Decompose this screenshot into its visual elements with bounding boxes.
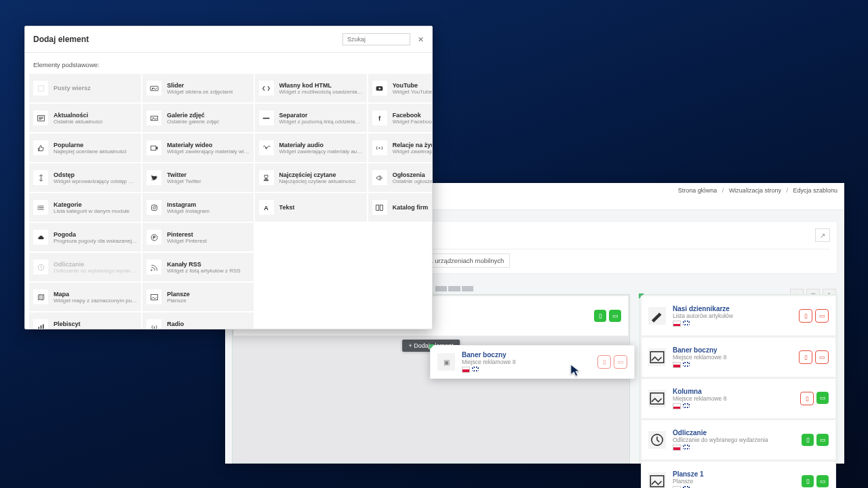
tile-image[interactable]: Plansze Plansze <box>142 283 253 311</box>
pencil-icon <box>648 307 666 325</box>
tile-title: Kanały RSS <box>167 261 240 268</box>
live-icon <box>372 140 387 155</box>
tile-title: Mapa <box>54 291 137 298</box>
desktop-icon[interactable]: ▭ <box>816 392 829 404</box>
collapse-icon[interactable]: ↗ <box>815 228 830 242</box>
tile-instagram[interactable]: Instagram Widget Instagram <box>142 193 253 222</box>
svg-rect-34 <box>40 325 41 329</box>
tile-sub: Widget zawierający relacje na ży… <box>393 148 432 155</box>
search-input[interactable] <box>342 33 410 45</box>
crumb-home[interactable]: Strona główna <box>678 187 717 194</box>
tile-title: Plansze <box>167 291 190 298</box>
tile-clock[interactable]: Odliczanie Odliczanie do wybranego wydar… <box>29 253 141 281</box>
tile-spacer[interactable]: Odstęp Widget wprowadzający odstęp … <box>29 163 141 192</box>
side-card[interactable]: Kolumna Miejsce reklamowe 8 ▯ ▭ <box>641 378 836 419</box>
tile-facebook[interactable]: f Facebook Widget Facebook <box>368 104 432 132</box>
side-card[interactable]: Baner boczny Miejsce reklamowe 8 ▯ ▭ <box>641 337 836 378</box>
side-card[interactable]: Plansze 1 Plansze ▯ ▭ <box>641 461 836 488</box>
clock-icon <box>33 260 48 274</box>
tile-sub: Widget Facebook <box>393 119 432 125</box>
tile-youtube[interactable]: YouTube Widget YouTube <box>368 74 432 102</box>
slider-icon <box>146 81 161 96</box>
code-icon <box>259 81 274 96</box>
tile-gallery[interactable]: Galerie zdjęć Ostatnie galerie zdjęć <box>142 104 253 132</box>
tile-title: Pusty wiersz <box>54 85 91 92</box>
desktop-icon[interactable]: ▭ <box>609 310 621 322</box>
mobile-icon[interactable]: ▯ <box>802 475 814 487</box>
tile-sub: Widget wprowadzający odstęp … <box>54 178 134 184</box>
tile-catalog[interactable]: Katalog firm <box>368 193 432 222</box>
mobile-icon[interactable]: ▯ <box>802 434 814 446</box>
desktop-icon[interactable]: ▭ <box>614 355 627 369</box>
svg-rect-26 <box>380 205 383 210</box>
side-card[interactable]: Odliczanie Odliczanie do wybranego wydar… <box>641 420 836 460</box>
youtube-icon <box>372 81 387 96</box>
tile-video[interactable]: Materiały wideo Widget zawierający mater… <box>142 134 253 162</box>
tile-list[interactable]: Kategorie Lista kategorii w danym module <box>29 193 141 222</box>
tile-map[interactable]: Mapa Widget mapy z zaznaczonym pu… <box>29 283 141 311</box>
crumb-edit[interactable]: Edycja szablonu <box>793 187 837 194</box>
mobile-icon[interactable]: ▯ <box>799 309 812 323</box>
radio-icon <box>146 319 161 329</box>
image-icon: ▣ <box>437 353 455 371</box>
tile-bars[interactable]: Plebiscyt Widget plebiscytu <box>29 312 141 329</box>
tile-live[interactable]: Relacje na żywo Widget zawierający relac… <box>368 134 432 162</box>
mobile-icon[interactable]: ▯ <box>799 350 812 364</box>
tile-news[interactable]: Aktualności Ostatnie aktualności <box>29 104 141 132</box>
close-icon[interactable]: ✕ <box>416 35 425 44</box>
tile-blank[interactable]: Pusty wiersz <box>29 74 141 102</box>
tile-sub: Widget YouTube <box>393 89 432 95</box>
mobile-icon[interactable]: ▯ <box>800 392 814 405</box>
tile-megaphone[interactable]: Ogłoszenia Ostatnie ogłoszenia <box>368 163 432 192</box>
side-card[interactable]: Nasi dziennikarze Lista autorów artykułó… <box>641 296 836 336</box>
tile-cloud[interactable]: Pogoda Prognoza pogody dla wskazanej… <box>29 223 141 251</box>
flag-pl-icon <box>462 367 470 373</box>
drag-ghost-card[interactable]: ▣ Baner boczny Miejsce reklamowe 8 ▯ ▭ <box>430 345 635 379</box>
svg-rect-33 <box>38 327 39 329</box>
mobile-icon[interactable]: ▯ <box>594 310 606 322</box>
audio-icon <box>259 140 274 155</box>
crumb-vis[interactable]: Wizualizacja strony <box>729 187 781 194</box>
tile-radio[interactable]: Radio Widget radiowy <box>142 312 253 329</box>
side-column[interactable]: Nasi dziennikarze Lista autorów artykułó… <box>639 294 837 464</box>
tile-slider[interactable]: Slider Widget slidera ze zdjęciami <box>142 74 253 102</box>
section-label: Elementy podstawowe: <box>25 53 432 74</box>
desktop-icon[interactable]: ▭ <box>815 309 829 323</box>
rss-icon <box>146 260 161 274</box>
tile-title: YouTube <box>393 82 432 89</box>
trophy-icon <box>259 170 274 185</box>
tile-sub: Widget z możliwością osadzenia… <box>279 89 363 95</box>
flag-pl-icon <box>673 362 681 368</box>
layout-3col-c[interactable] <box>435 286 473 291</box>
desktop-icon[interactable]: ▭ <box>816 475 829 487</box>
svg-point-22 <box>153 206 155 209</box>
tile-trophy[interactable]: Najczęściej czytane Najczęściej czytane … <box>255 163 367 192</box>
tiles-grid: Pusty wiersz Slider Widget slidera ze zd… <box>25 74 432 329</box>
tile-text[interactable]: A Tekst <box>255 193 367 222</box>
tile-title: Twitter <box>167 171 201 178</box>
tile-audio[interactable]: Materiały audio Widget zawierający mater… <box>255 134 367 162</box>
modal-header: Dodaj element ✕ <box>25 26 432 53</box>
desktop-icon[interactable]: ▭ <box>816 434 829 446</box>
tile-sub: Widget zawierający materiały au… <box>279 148 363 155</box>
tile-rss[interactable]: Kanały RSS Widget z listą artykułów z RS… <box>142 253 253 281</box>
tile-sub: Najczęściej czytane aktualności <box>279 178 356 184</box>
tile-pinterest[interactable]: P Pinterest Widget Pinterest <box>142 223 253 251</box>
tile-separator[interactable]: Separator Widget z poziomą linią oddziel… <box>255 104 367 132</box>
tile-sub: Widget zawierający materiały wi… <box>167 148 249 155</box>
image-icon <box>648 472 666 488</box>
tile-title: Odliczanie <box>54 261 136 268</box>
svg-rect-0 <box>38 85 43 91</box>
flag-pl-icon <box>673 445 681 451</box>
mobile-icon[interactable]: ▯ <box>597 355 611 369</box>
svg-text:P: P <box>153 235 156 239</box>
desktop-icon[interactable]: ▭ <box>815 350 829 364</box>
blank-icon <box>33 81 48 96</box>
svg-point-19 <box>37 207 38 207</box>
flag-pl-icon <box>673 321 681 327</box>
tile-code[interactable]: Własny kod HTML Widget z możliwością osa… <box>255 74 367 102</box>
tile-twitter[interactable]: Twitter Widget Twitter <box>142 163 253 192</box>
flag-uk-icon <box>683 321 690 325</box>
tile-sub: Widget plebiscytu <box>54 327 96 329</box>
tile-thumbs[interactable]: Popularne Najlepiej oceniane aktualności <box>29 134 141 162</box>
